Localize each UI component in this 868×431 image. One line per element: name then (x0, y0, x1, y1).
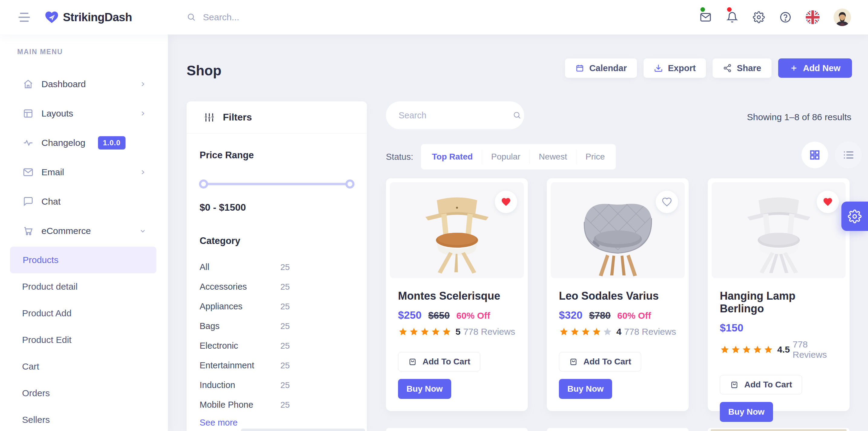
product-search-input[interactable] (399, 111, 513, 120)
sidebar-item-product-edit[interactable]: Product Edit (0, 326, 168, 353)
category-item-induction[interactable]: Induction 25 (199, 375, 354, 395)
tab-newest[interactable]: Newest (530, 150, 576, 164)
star-icon (752, 345, 763, 354)
product-name[interactable]: Montes Scelerisque (398, 290, 520, 303)
search-icon (187, 12, 196, 22)
filters-panel: Filters Price Range $0 - $1500 Category … (187, 102, 367, 431)
sidebar-item-products[interactable]: Products (10, 247, 156, 273)
heart-icon (500, 197, 512, 207)
see-more-link[interactable]: See more (199, 418, 238, 428)
page-title: Shop (187, 62, 221, 79)
buy-now-button[interactable]: Buy Now (720, 402, 773, 422)
list-view-toggle[interactable] (835, 142, 862, 168)
favorite-button[interactable] (495, 191, 517, 213)
export-button[interactable]: Export (644, 58, 706, 78)
add-to-cart-button[interactable]: Add To Cart (559, 352, 641, 371)
review-count[interactable]: 778 Reviews (793, 339, 841, 360)
sidebar-item-dashboard[interactable]: Dashboard (0, 69, 168, 99)
global-search-input[interactable] (203, 12, 330, 22)
sidebar-item-cart[interactable]: Cart (0, 353, 168, 380)
category-item-entertainment[interactable]: Entertainment 25 (199, 356, 354, 375)
product-name[interactable]: Hanging Lamp Berlingo (720, 290, 841, 315)
buy-now-button[interactable]: Buy Now (559, 379, 612, 399)
user-avatar[interactable] (834, 8, 851, 26)
sidebar-item-label: Email (41, 167, 64, 177)
product-card-partial (386, 428, 528, 431)
share-button[interactable]: Share (713, 58, 772, 78)
sidebar-item-sellers[interactable]: Sellers (0, 406, 168, 431)
sidebar-item-ecommerce[interactable]: eCommerce (0, 216, 168, 246)
product-price: $250 (398, 309, 422, 321)
product-image[interactable] (551, 182, 685, 278)
category-count: 25 (280, 321, 290, 331)
plus-icon (790, 64, 798, 72)
review-count[interactable]: 778 Reviews (463, 326, 515, 337)
product-price: $150 (720, 322, 743, 334)
sidebar-item-changelog[interactable]: Changelog 1.0.0 (0, 128, 168, 157)
help-icon[interactable] (779, 11, 792, 24)
app-logo[interactable]: StrikingDash (45, 11, 132, 24)
category-item-accessories[interactable]: Accessories 25 (199, 277, 354, 297)
tab-popular[interactable]: Popular (482, 150, 530, 164)
category-list: All 25 Accessories 25 Appliances 25 Bags… (199, 257, 354, 415)
category-count: 25 (280, 400, 290, 410)
category-name: Induction (199, 380, 280, 390)
category-item-electronic[interactable]: Electronic 25 (199, 336, 354, 356)
calendar-button[interactable]: Calendar (565, 58, 637, 78)
favorite-button[interactable] (656, 191, 678, 213)
heart-icon (822, 197, 833, 207)
sidebar-item-orders[interactable]: Orders (0, 380, 168, 406)
gear-icon (848, 209, 862, 223)
slider-track[interactable] (199, 183, 354, 185)
status-tabs: Top Rated Popular Newest Price (421, 144, 616, 170)
grid-view-toggle[interactable] (802, 142, 828, 168)
tab-top-rated[interactable]: Top Rated (423, 150, 482, 164)
sidebar-item-email[interactable]: Email (0, 157, 168, 187)
sidebar-item-layouts[interactable]: Layouts (0, 99, 168, 128)
page-actions: Calendar Export Share Add New (565, 58, 852, 78)
add-to-cart-button[interactable]: Add To Cart (398, 352, 480, 371)
sidebar-item-product-add[interactable]: Product Add (0, 300, 168, 326)
price-range-slider[interactable] (199, 179, 354, 189)
shopping-bag-icon (569, 357, 578, 366)
mail-icon[interactable] (699, 11, 712, 24)
slider-handle-min[interactable] (199, 179, 208, 189)
menu-toggle-icon[interactable] (18, 13, 30, 22)
chevron-right-icon (140, 81, 146, 87)
sidebar-item-label: Changelog (41, 138, 85, 148)
logo-text: StrikingDash (63, 11, 132, 24)
top-header: StrikingDash (0, 0, 868, 34)
slider-handle-max[interactable] (345, 179, 354, 189)
category-item-bags[interactable]: Bags 25 (199, 316, 354, 336)
bell-icon[interactable] (726, 11, 739, 24)
favorite-button[interactable] (816, 191, 839, 213)
add-new-button-label: Add New (803, 63, 840, 73)
language-flag-icon[interactable] (806, 10, 819, 24)
review-count[interactable]: 778 Reviews (624, 326, 676, 337)
star-rating (720, 345, 773, 354)
sidebar-item-chat[interactable]: Chat (0, 187, 168, 216)
customizer-gear-button[interactable] (841, 202, 868, 231)
category-item-all[interactable]: All 25 (199, 257, 354, 277)
calendar-button-label: Calendar (589, 63, 627, 73)
category-item-appliances[interactable]: Appliances 25 (199, 297, 354, 316)
product-image[interactable] (390, 182, 524, 278)
sidebar-item-product-detail[interactable]: Product detail (0, 273, 168, 300)
category-name: Entertainment (199, 361, 280, 371)
product-card-partial (547, 428, 689, 431)
add-new-button[interactable]: Add New (778, 58, 852, 78)
product-card: Hanging Lamp Berlingo $150 4.5 778 Revie… (708, 178, 849, 411)
filters-title: Filters (223, 112, 252, 123)
gray-quilted-chair-image (572, 186, 663, 277)
category-item-mobile-phone[interactable]: Mobile Phone 25 (199, 395, 354, 415)
product-card: Montes Scelerisque $250 $650 60% Off 5 (386, 178, 528, 411)
tab-price[interactable]: Price (576, 150, 614, 164)
sidebar: MAIN MENU Dashboard Layouts Changelo (0, 34, 168, 431)
product-image[interactable] (712, 182, 846, 278)
buy-now-button[interactable]: Buy Now (398, 379, 451, 399)
settings-gear-icon[interactable] (752, 11, 765, 24)
add-to-cart-button[interactable]: Add To Cart (720, 375, 802, 394)
product-discount: 60% Off (456, 311, 490, 321)
mail-icon (23, 167, 34, 178)
product-name[interactable]: Leo Sodales Varius (559, 290, 681, 303)
